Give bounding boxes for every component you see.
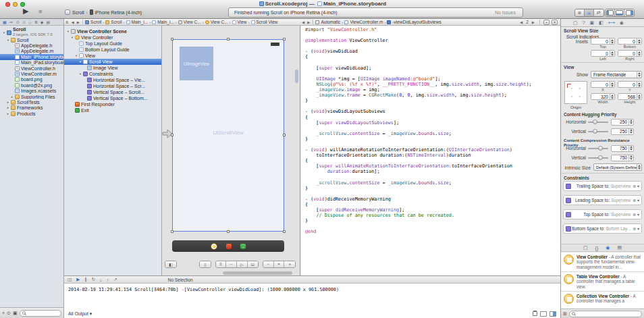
first-responder-dock-icon[interactable] (226, 244, 232, 249)
selection-handle[interactable] (171, 38, 173, 41)
navigator-item-row[interactable]: Images.xcassets (0, 88, 63, 94)
media-library-tab[interactable]: ▤ (617, 245, 622, 250)
origin-selector[interactable] (564, 81, 587, 104)
gear-menu-icon[interactable]: ⊛ ▾ (633, 226, 639, 231)
selection-handle[interactable] (283, 38, 286, 41)
step-over-button[interactable]: ↻ (91, 277, 95, 282)
breakpoint-navigator-tab[interactable]: ◆ (41, 20, 44, 24)
compression-vertical-field[interactable]: 750 (611, 155, 634, 161)
constraint-row[interactable]: Trailing Space to:Superview⊛ ▾ (563, 181, 642, 191)
debug-location-button[interactable]: ↗ (113, 277, 117, 282)
gear-menu-icon[interactable]: ⊛ ▾ (633, 198, 639, 203)
disclosure-right-icon[interactable]: ▸ (9, 95, 15, 99)
navigator-item-row[interactable]: ▸Frameworks (0, 105, 63, 111)
object-library-tab[interactable]: ◉ (606, 245, 610, 250)
gear-menu-icon[interactable]: ⊛ ▾ (633, 184, 639, 188)
size-inspector-tab[interactable]: ⟷ (608, 20, 615, 26)
trash-icon[interactable] (533, 311, 537, 316)
library-view-mode-icon[interactable]: ⊞ (563, 311, 567, 317)
stop-button[interactable]: ■ (38, 8, 42, 15)
outline-item-row[interactable]: Image View (64, 65, 161, 71)
resizing-button[interactable]: ⊡ (248, 261, 259, 267)
console-filter-popup[interactable]: All Output ▾ (68, 311, 92, 317)
stepper-icon[interactable] (610, 94, 614, 99)
jumpbar-item[interactable]: Scroll (85, 20, 101, 24)
navigator-item-row[interactable]: Main_iPhone.storyboard (0, 54, 63, 59)
stepper-icon[interactable] (628, 129, 633, 134)
disclosure-down-icon[interactable]: ▾ (70, 36, 75, 39)
constraint-row[interactable]: Top Space to:Superview⊛ ▾ (563, 209, 642, 219)
version-editor-button[interactable]: ⇄ (594, 9, 603, 16)
outline-item-row[interactable]: ▾Constraints (64, 71, 161, 77)
hugging-horizontal-slider[interactable] (588, 122, 608, 123)
compression-horizontal-slider[interactable] (588, 148, 608, 149)
previous-counterpart-button[interactable]: ◀ (520, 20, 522, 24)
related-items-icon[interactable]: ≣ (65, 20, 69, 24)
navigator-item-row[interactable]: hViewController.h (0, 65, 63, 71)
code-snippet-library-tab[interactable]: {} (595, 246, 599, 250)
intrinsic-size-dropdown[interactable]: Default (System Defined) (593, 163, 642, 171)
canvas-vertical-scrollbar[interactable] (295, 70, 298, 83)
disclosure-down-icon[interactable]: ▾ (78, 60, 83, 63)
standard-editor-button[interactable]: ≣ (575, 9, 585, 16)
minimize-window-button[interactable] (13, 2, 18, 7)
compression-vertical-slider[interactable] (588, 157, 608, 159)
slider-knob-icon[interactable] (598, 146, 603, 151)
forward-button[interactable]: ▶ (77, 20, 80, 24)
debug-gauge-toggle-button[interactable]: ◫ (68, 277, 72, 282)
stepper-icon[interactable] (637, 82, 641, 87)
disclosure-down-icon[interactable]: ▾ (65, 30, 71, 33)
outline-item-row[interactable]: ▾View (64, 53, 161, 59)
navigator-item-row[interactable]: ▾Scroll2 targets, iOS SDK 7.0 (0, 28, 63, 37)
pin-button[interactable]: ⇔ (226, 261, 237, 267)
stepper-icon[interactable] (610, 82, 614, 87)
navigator-item-row[interactable]: board@2x.png (0, 82, 63, 88)
document-outline-toggle-button[interactable]: ◧ (165, 261, 176, 267)
stepper-icon[interactable] (610, 51, 614, 56)
hugging-vertical-slider[interactable] (588, 131, 608, 132)
file-template-library-tab[interactable]: ▢ (583, 245, 588, 250)
step-out-button[interactable]: ↑ (107, 277, 109, 282)
jumpbar-item[interactable]: ViewController.m (344, 20, 383, 24)
inset-right-field[interactable]: 0 (618, 50, 642, 57)
exit-dock-icon[interactable]: → (240, 244, 246, 249)
jumpbar-item[interactable]: -viewDidLayoutSubviews (387, 20, 441, 24)
debug-navigator-tab[interactable]: ≣ (34, 20, 38, 24)
disclosure-right-icon[interactable]: ▸ (5, 112, 11, 115)
jumpbar-item[interactable]: View C... (205, 20, 228, 24)
zoom-window-button[interactable] (20, 2, 25, 7)
quick-help-inspector-tab[interactable]: ? (583, 20, 585, 25)
jumpbar-item[interactable]: Scroll (105, 20, 122, 24)
disclosure-down-icon[interactable]: ▾ (5, 38, 11, 42)
inset-left-field[interactable]: 0 (591, 50, 615, 57)
stepper-icon[interactable] (628, 155, 633, 161)
frame-height-field[interactable]: 568 (618, 93, 642, 100)
navigator-item-row[interactable]: ▸Supporting Files (0, 94, 63, 99)
navigator-item-row[interactable]: ▾Scroll (0, 37, 63, 43)
selection-handle[interactable] (171, 134, 173, 136)
outline-item-row[interactable]: First Responder (64, 101, 161, 107)
zoom-out-button[interactable]: − (263, 261, 274, 267)
console-pane-toggle[interactable] (549, 311, 556, 317)
outline-item-row[interactable]: Vertical Space – Bottom... (64, 95, 161, 101)
library-item[interactable]: Table View Controller - A controller tha… (561, 272, 644, 292)
test-navigator-tab[interactable]: ◇ (28, 20, 32, 24)
variables-pane-toggle[interactable] (540, 311, 547, 317)
forward-button[interactable]: ▶ (307, 20, 310, 24)
issue-navigator-tab[interactable]: ⚠ (22, 20, 26, 24)
stepper-icon[interactable] (610, 38, 614, 44)
jumpbar-item[interactable]: View C... (178, 20, 201, 24)
selection-handle[interactable] (227, 230, 230, 233)
selection-handle[interactable] (283, 230, 286, 233)
jumpbar-item[interactable]: Scroll View (251, 20, 278, 24)
add-assistant-editor-button[interactable]: + (543, 20, 549, 25)
navigator-toggle-button[interactable] (606, 9, 615, 16)
inset-top-field[interactable]: 0 (591, 38, 615, 45)
disclosure-down-icon[interactable]: ▾ (1, 31, 7, 34)
hugging-vertical-field[interactable]: 250 (611, 128, 634, 135)
back-button[interactable]: ◀ (302, 20, 304, 24)
library-search-input[interactable] (576, 311, 641, 316)
navigator-item-row[interactable]: Main_iPad.storyboard (0, 60, 63, 65)
outline-item-row[interactable]: Bottom Layout Guide (64, 47, 161, 53)
frame-width-field[interactable]: 320 (591, 93, 615, 100)
